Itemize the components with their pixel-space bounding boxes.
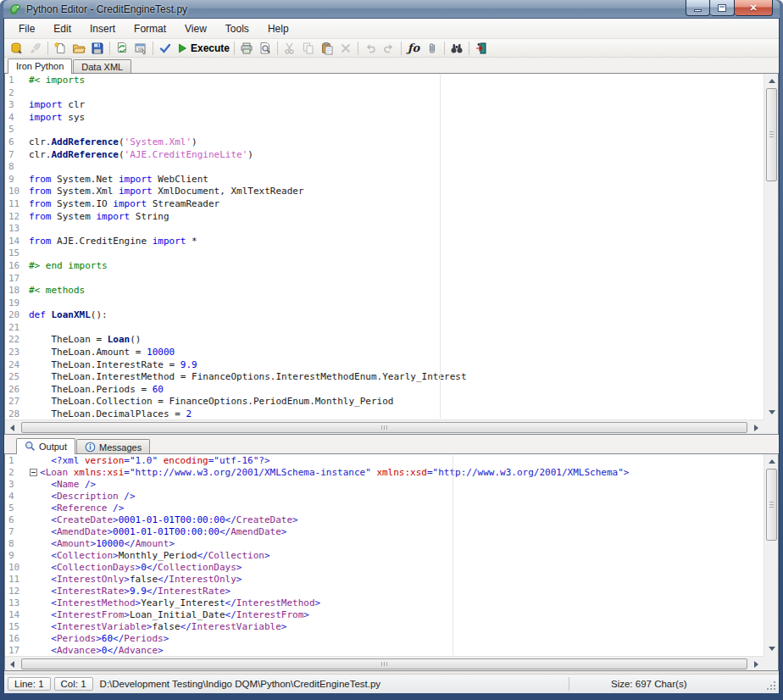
scroll-down-button[interactable] <box>764 405 779 419</box>
insert-function-button[interactable]: ƒo <box>404 40 423 57</box>
code-line: 17 <box>5 273 778 286</box>
maximize-button[interactable] <box>710 0 735 16</box>
properties-button[interactable] <box>131 40 150 57</box>
output-view[interactable]: 1 <?xml version="1.0" encoding="utf-16"?… <box>5 454 778 657</box>
info-icon <box>85 442 96 453</box>
scroll-thumb[interactable] <box>766 469 777 541</box>
line-text: clr.AddReference('System.Xml') <box>29 136 778 149</box>
menu-item-insert[interactable]: Insert <box>81 20 125 37</box>
app-window: Python Editor - CreditEngineTest.py ✕ Fi… <box>0 0 783 700</box>
code-line: 24 TheLoan.InterestRate = 9.9 <box>5 359 778 372</box>
code-line: 10from System.Xml import XmlDocument, Xm… <box>5 186 778 198</box>
tab-iron-python[interactable]: Iron Python <box>8 58 72 74</box>
line-text <box>29 322 778 335</box>
collapse-toggle-icon[interactable] <box>30 469 37 476</box>
output-vertical-scrollbar[interactable] <box>764 454 778 656</box>
code-line: 2 <box>5 87 778 100</box>
status-separator <box>569 677 569 691</box>
scroll-up-button[interactable] <box>764 74 779 88</box>
fold-margin <box>29 609 40 621</box>
scroll-right-button[interactable] <box>749 420 764 435</box>
print-button[interactable] <box>237 40 256 57</box>
resize-grip[interactable] <box>766 681 776 691</box>
line-number: 27 <box>5 396 29 408</box>
status-file-path: D:\Development Testing\Indigo DQM\Python… <box>100 679 381 689</box>
line-text: #< methods <box>29 285 778 297</box>
open-database-button[interactable] <box>8 40 26 57</box>
exit-button[interactable] <box>472 40 491 57</box>
code-editor[interactable]: 1#< imports23import clr4import sys56clr.… <box>5 74 778 421</box>
scroll-up-button[interactable] <box>764 454 779 469</box>
line-text: from System.Net import WebClient <box>29 174 778 186</box>
tab-output[interactable]: Output <box>16 438 75 454</box>
menu-item-file[interactable]: File <box>9 20 44 37</box>
scroll-thumb[interactable] <box>766 88 777 181</box>
editor-vertical-scrollbar[interactable] <box>764 74 778 419</box>
menu-item-format[interactable]: Format <box>125 20 175 37</box>
scroll-down-button[interactable] <box>764 642 779 656</box>
disconnect-button[interactable] <box>26 40 45 57</box>
open-file-button[interactable] <box>69 40 88 57</box>
menu-item-view[interactable]: View <box>175 20 216 37</box>
tab-messages[interactable]: Messages <box>76 439 150 454</box>
scroll-left-button[interactable] <box>5 657 19 671</box>
line-text: import clr <box>29 99 778 112</box>
code-line: 3 <Name /> <box>5 479 778 491</box>
print-preview-button[interactable] <box>256 40 275 57</box>
output-horizontal-scrollbar[interactable] <box>5 656 764 670</box>
redo-button[interactable] <box>380 40 398 57</box>
line-number: 15 <box>5 621 29 633</box>
output-pane[interactable]: 1 <?xml version="1.0" encoding="utf-16"?… <box>4 453 779 671</box>
menu-item-tools[interactable]: Tools <box>216 20 258 37</box>
new-file-button[interactable] <box>51 40 69 57</box>
title-bar[interactable]: Python Editor - CreditEngineTest.py ✕ <box>3 0 780 19</box>
execute-button[interactable]: Execute <box>175 40 231 57</box>
save-file-button[interactable] <box>88 40 107 57</box>
menu-item-edit[interactable]: Edit <box>44 20 81 37</box>
refresh-document-button[interactable] <box>113 40 131 57</box>
scroll-thumb[interactable] <box>21 658 747 669</box>
scroll-right-button[interactable] <box>749 657 764 671</box>
minimize-icon <box>694 9 702 12</box>
editor-horizontal-scrollbar[interactable] <box>5 419 764 434</box>
line-text: <CollectionDays>0</CollectionDays> <box>40 562 778 574</box>
code-editor-pane[interactable]: 1#< imports23import clr4import sys56clr.… <box>4 73 779 435</box>
scroll-left-button[interactable] <box>5 420 19 435</box>
status-col-indicator: Col: 1 <box>54 677 93 691</box>
line-text: <CreateDate>0001-01-01T00:00:00</CreateD… <box>40 514 778 526</box>
validate-button[interactable] <box>156 40 175 57</box>
delete-button[interactable] <box>336 40 355 57</box>
code-line: 21 <box>5 322 778 335</box>
toolbar-separator <box>234 42 235 55</box>
paste-button[interactable] <box>318 40 336 57</box>
line-number: 4 <box>5 112 29 125</box>
line-text: TheLoan.Periods = 60 <box>29 384 778 397</box>
minimize-button[interactable] <box>686 0 710 16</box>
line-text: <Reference /> <box>40 503 778 514</box>
line-text: TheLoan.InterestRate = 9.9 <box>29 359 778 372</box>
code-line: 9from System.Net import WebClient <box>5 174 778 186</box>
find-button[interactable] <box>447 40 466 57</box>
code-line: 8 <Amount>10000</Amount> <box>5 538 778 550</box>
cut-button[interactable] <box>280 40 299 57</box>
code-line: 22 TheLoan = Loan() <box>5 334 778 347</box>
fold-margin <box>29 491 40 503</box>
line-number: 17 <box>5 645 29 657</box>
undo-button[interactable] <box>361 40 380 57</box>
code-line: 10 <CollectionDays>0</CollectionDays> <box>5 562 778 574</box>
attach-button[interactable] <box>423 40 441 57</box>
line-number: 10 <box>5 186 29 198</box>
tab-data-xml[interactable]: Data XML <box>73 59 131 74</box>
toolbar: Execute <box>4 39 779 58</box>
copy-button[interactable] <box>299 40 318 57</box>
close-button[interactable]: ✕ <box>735 0 773 16</box>
line-number: 20 <box>5 309 29 322</box>
column-guide <box>453 455 453 655</box>
scroll-thumb[interactable] <box>21 422 747 433</box>
code-line: 12 <InterestRate>9.9</InterestRate> <box>5 586 778 597</box>
code-line: 5 <Reference /> <box>5 503 778 514</box>
code-line: 4import sys <box>5 112 778 125</box>
line-text: TheLoan.InterestMethod = FinanceOptions.… <box>29 371 778 384</box>
menu-item-help[interactable]: Help <box>258 20 298 37</box>
fold-margin <box>29 455 40 467</box>
